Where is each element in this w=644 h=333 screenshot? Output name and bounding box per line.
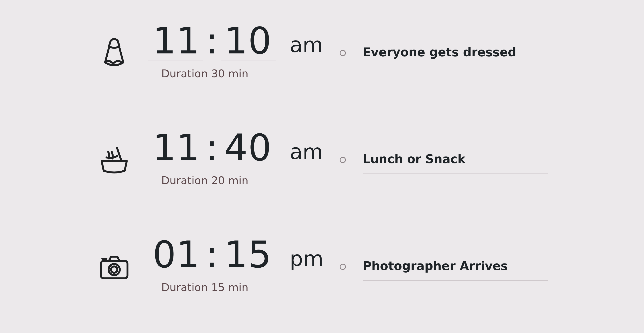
time-colon: : bbox=[206, 236, 218, 274]
time-colon: : bbox=[206, 129, 218, 167]
timeline-dot bbox=[340, 50, 346, 56]
minute-input[interactable]: 40 bbox=[221, 129, 276, 167]
svg-point-2 bbox=[111, 266, 118, 273]
duration-label[interactable]: Duration 20 min bbox=[161, 174, 329, 187]
event-title-block[interactable]: Photographer Arrives bbox=[363, 259, 548, 281]
timeline-row[interactable]: 11 : 10 am Duration 30 min Everyone gets… bbox=[0, 23, 644, 129]
event-time[interactable]: 01 : 15 pm Duration 15 min bbox=[148, 236, 329, 294]
time-colon: : bbox=[206, 23, 218, 60]
event-title-block[interactable]: Lunch or Snack bbox=[363, 152, 548, 174]
duration-label[interactable]: Duration 15 min bbox=[161, 281, 329, 294]
hour-input[interactable]: 11 bbox=[148, 23, 203, 60]
hour-input[interactable]: 01 bbox=[148, 236, 203, 274]
dress-icon bbox=[97, 36, 132, 71]
hour-input[interactable]: 11 bbox=[148, 129, 203, 167]
timeline-dot bbox=[340, 264, 346, 270]
minute-input[interactable]: 15 bbox=[221, 236, 276, 274]
camera-icon bbox=[97, 250, 132, 285]
timeline: 11 : 10 am Duration 30 min Everyone gets… bbox=[0, 23, 644, 333]
food-bowl-icon bbox=[97, 143, 132, 178]
timeline-row[interactable]: 11 : 40 am Duration 20 min Lunch or Snac… bbox=[0, 129, 644, 236]
ampm-toggle[interactable]: am bbox=[290, 141, 323, 162]
event-title[interactable]: Everyone gets dressed bbox=[363, 45, 548, 67]
event-time[interactable]: 11 : 40 am Duration 20 min bbox=[148, 129, 329, 187]
ampm-toggle[interactable]: am bbox=[290, 34, 323, 55]
timeline-dot bbox=[340, 157, 346, 163]
event-title[interactable]: Photographer Arrives bbox=[363, 259, 548, 281]
timeline-row[interactable]: 01 : 15 pm Duration 15 min Photographer … bbox=[0, 236, 644, 333]
event-title[interactable]: Lunch or Snack bbox=[363, 152, 548, 174]
event-title-block[interactable]: Everyone gets dressed bbox=[363, 45, 548, 67]
minute-input[interactable]: 10 bbox=[221, 23, 276, 60]
event-time[interactable]: 11 : 10 am Duration 30 min bbox=[148, 23, 329, 80]
ampm-toggle[interactable]: pm bbox=[290, 248, 324, 269]
duration-label[interactable]: Duration 30 min bbox=[161, 67, 329, 80]
